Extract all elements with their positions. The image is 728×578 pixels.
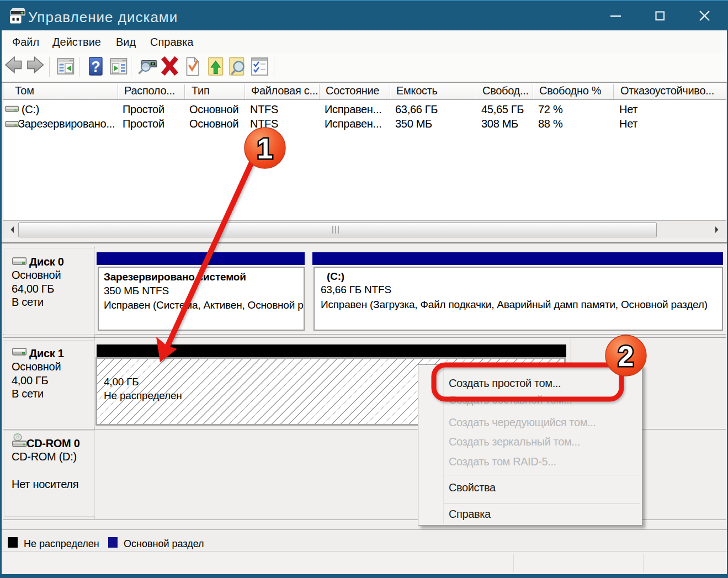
svg-text:?: ? — [91, 59, 100, 75]
